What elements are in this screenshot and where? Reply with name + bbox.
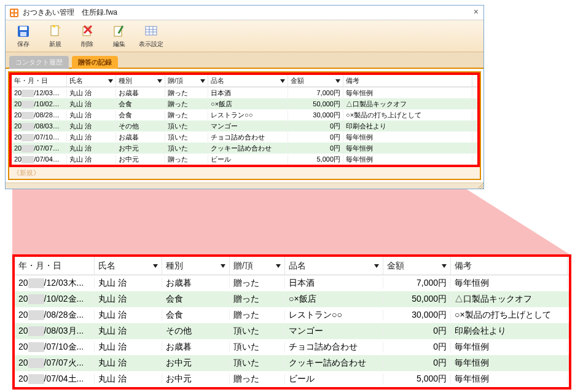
- filter-dropdown-icon[interactable]: [221, 264, 225, 268]
- cell-item: 日本酒: [285, 278, 383, 289]
- col-header-type[interactable]: 種別: [116, 75, 165, 87]
- filter-dropdown-icon[interactable]: [153, 264, 158, 268]
- cell-type: お中元: [162, 374, 230, 385]
- tab-contact-history[interactable]: コンタクト履歴: [9, 56, 69, 69]
- cell-item: ○×飯店: [208, 100, 288, 109]
- cell-date: 20/07/04土...: [15, 374, 95, 385]
- cell-name: 丸山 治: [67, 122, 116, 131]
- col-header-name[interactable]: 氏名: [67, 75, 116, 87]
- col-header-item[interactable]: 品名: [208, 75, 288, 87]
- svg-marker-10: [58, 26, 61, 28]
- cell-date: 20/07/10金...: [12, 133, 67, 142]
- cell-item: マンゴー: [208, 122, 288, 131]
- table-row[interactable]: 20/10/02金...丸山 治会食贈った○×飯店50,000円△口製品キックオ…: [15, 291, 569, 307]
- col-header-label: 年・月・日: [18, 261, 61, 272]
- cell-note: △口製品キックオフ: [451, 294, 568, 305]
- table-row[interactable]: 20/12/03木...丸山 治お歳暮贈った日本酒7,000円毎年恒例: [15, 275, 569, 291]
- cell-note: ○×製品の打ち上げとして: [451, 310, 568, 321]
- col-header-direction[interactable]: 贈/頂: [230, 257, 285, 275]
- new-button[interactable]: 新規: [41, 23, 69, 49]
- cell-item: ビール: [285, 374, 383, 385]
- cell-date: 20/08/03月...: [12, 122, 67, 131]
- app-window: おつきあい管理 住所録.fwa × 保存 新規 削除 編集: [5, 5, 484, 189]
- edit-icon: [105, 24, 133, 39]
- cell-type: お歳暮: [116, 133, 165, 142]
- delete-button[interactable]: 削除: [73, 23, 101, 49]
- cell-type: お歳暮: [162, 278, 230, 289]
- cell-note: 毎年恒例: [451, 278, 568, 289]
- display-settings-button[interactable]: 表示設定: [137, 23, 165, 49]
- save-button[interactable]: 保存: [9, 23, 37, 49]
- table-row[interactable]: 20/07/04土...丸山 治お中元贈ったビール5,000円毎年恒例: [15, 371, 569, 387]
- col-header-date[interactable]: 年・月・日: [12, 75, 67, 87]
- cell-item: ○×飯店: [285, 294, 383, 305]
- table-row[interactable]: 20/07/07火...丸山 治お中元頂いたクッキー詰め合わせ0円毎年恒例: [12, 143, 477, 154]
- cell-direction: 贈った: [165, 111, 208, 120]
- cell-item: ビール: [208, 155, 288, 164]
- col-header-item[interactable]: 品名: [285, 257, 383, 275]
- edit-button[interactable]: 編集: [105, 23, 133, 49]
- filter-dropdown-icon[interactable]: [276, 264, 281, 268]
- new-row-placeholder[interactable]: 《新規》: [9, 167, 480, 179]
- cell-note: 毎年恒例: [451, 374, 568, 385]
- svg-rect-5: [15, 14, 17, 16]
- tab-gift-records[interactable]: 贈答の記録: [72, 56, 118, 69]
- filter-dropdown-icon[interactable]: [374, 264, 379, 268]
- col-header-amount[interactable]: 金額: [288, 75, 343, 87]
- filter-dropdown-icon[interactable]: [200, 79, 205, 83]
- grid-body[interactable]: 20/12/03木...丸山 治お歳暮贈った日本酒7,000円毎年恒例20/10…: [12, 87, 477, 165]
- col-header-label: 備考: [346, 76, 359, 85]
- col-header-note[interactable]: 備考: [343, 75, 472, 87]
- cell-direction: 贈った: [165, 155, 208, 164]
- svg-rect-4: [11, 14, 14, 16]
- col-header-note[interactable]: 備考: [451, 257, 568, 275]
- filter-dropdown-icon[interactable]: [442, 264, 447, 268]
- table-row[interactable]: 20/07/07火...丸山 治お中元頂いたクッキー詰め合わせ0円毎年恒例: [15, 355, 569, 371]
- cell-direction: 贈った: [230, 278, 285, 289]
- close-button[interactable]: ×: [474, 7, 479, 17]
- cell-item: 日本酒: [208, 88, 288, 98]
- cell-note: 毎年恒例: [343, 155, 472, 164]
- cell-name: 丸山 治: [67, 133, 116, 142]
- filter-dropdown-icon[interactable]: [335, 79, 340, 83]
- col-header-type[interactable]: 種別: [162, 257, 230, 275]
- cell-name: 丸山 治: [95, 310, 162, 321]
- zoom-panel: 年・月・日氏名種別贈/頂品名金額備考 20/12/03木...丸山 治お歳暮贈っ…: [12, 254, 571, 390]
- cell-date: 20/07/10金...: [15, 342, 95, 353]
- col-header-label: 金額: [291, 76, 304, 85]
- col-header-date[interactable]: 年・月・日: [15, 257, 95, 275]
- filter-dropdown-icon[interactable]: [280, 79, 285, 83]
- table-row[interactable]: 20/07/10金...丸山 治お歳暮頂いたチョコ詰め合わせ0円毎年恒例: [15, 339, 569, 355]
- cell-direction: 頂いた: [165, 144, 208, 153]
- cell-note: 毎年恒例: [343, 133, 472, 142]
- table-row[interactable]: 20/08/03月...丸山 治その他頂いたマンゴー0円印刷会社より: [12, 120, 477, 131]
- cell-amount: 50,000円: [288, 100, 343, 109]
- table-row[interactable]: 20/08/03月...丸山 治その他頂いたマンゴー0円印刷会社より: [15, 323, 569, 339]
- col-header-name[interactable]: 氏名: [95, 257, 162, 275]
- cell-type: お歳暮: [116, 88, 165, 98]
- table-row[interactable]: 20/07/04土...丸山 治お中元贈ったビール5,000円毎年恒例: [12, 154, 477, 165]
- table-row[interactable]: 20/10/02金...丸山 治会食贈った○×飯店50,000円△口製品キックオ…: [12, 98, 477, 109]
- filter-dropdown-icon[interactable]: [108, 79, 113, 83]
- cell-type: お中元: [116, 144, 165, 153]
- zoom-body[interactable]: 20/12/03木...丸山 治お歳暮贈った日本酒7,000円毎年恒例20/10…: [15, 275, 569, 387]
- svg-rect-17: [146, 26, 157, 35]
- table-row[interactable]: 20/12/03木...丸山 治お歳暮贈った日本酒7,000円毎年恒例: [12, 87, 477, 98]
- svg-rect-8: [20, 32, 26, 36]
- highlight-box: 年・月・日氏名種別贈/頂品名金額備考 20/12/03木...丸山 治お歳暮贈っ…: [9, 73, 480, 167]
- table-row[interactable]: 20/08/28金...丸山 治会食贈ったレストラン○○30,000円○×製品の…: [15, 307, 569, 323]
- cell-direction: 頂いた: [165, 122, 208, 131]
- col-header-direction[interactable]: 贈/頂: [165, 75, 208, 87]
- delete-icon: [73, 24, 101, 39]
- cell-note: ○×製品の打ち上げとして: [343, 111, 472, 120]
- cell-direction: 贈った: [165, 88, 208, 98]
- table-row[interactable]: 20/08/28金...丸山 治会食贈ったレストラン○○30,000円○×製品の…: [12, 109, 477, 120]
- table-row[interactable]: 20/07/10金...丸山 治お歳暮頂いたチョコ詰め合わせ0円毎年恒例: [12, 131, 477, 143]
- resize-grip-icon[interactable]: [477, 182, 483, 189]
- save-icon: [9, 24, 37, 39]
- svg-line-24: [482, 188, 483, 189]
- col-header-amount[interactable]: 金額: [383, 257, 451, 275]
- filter-dropdown-icon[interactable]: [157, 79, 162, 83]
- cell-name: 丸山 治: [95, 342, 162, 353]
- cell-amount: 0円: [383, 358, 451, 369]
